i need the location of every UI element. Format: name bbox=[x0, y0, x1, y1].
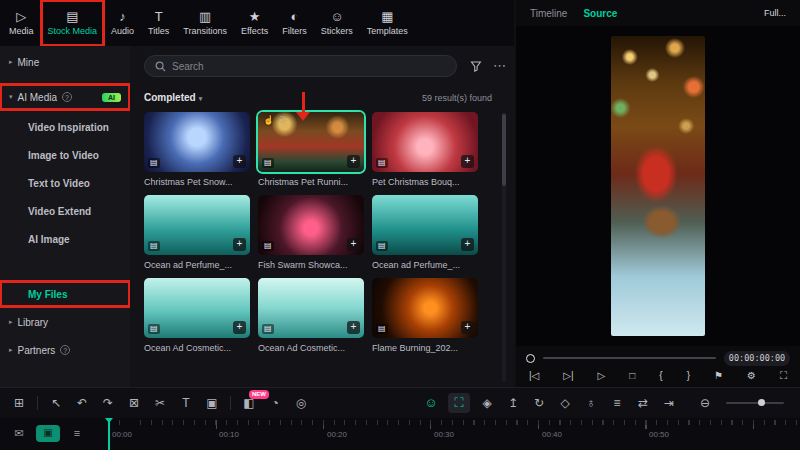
tab-transitions[interactable]: ▥ Transitions bbox=[176, 0, 234, 46]
speed-icon[interactable]: ◔ bbox=[262, 394, 288, 412]
tab-source-preview[interactable]: Source bbox=[583, 8, 617, 19]
seek-handle[interactable] bbox=[526, 354, 535, 363]
tab-stock-media[interactable]: ▤ Stock Media bbox=[41, 0, 105, 46]
playhead[interactable] bbox=[108, 418, 110, 450]
sidebar-item-image-to-video[interactable]: Image to Video bbox=[0, 142, 130, 168]
grid-item[interactable]: ▤ + Ocean Ad Cosmetic... bbox=[144, 278, 250, 353]
microphone-icon[interactable]: ♁ bbox=[578, 394, 604, 412]
thumbnail[interactable]: ▤ + bbox=[144, 278, 250, 338]
tab-effects[interactable]: ★ Effects bbox=[234, 0, 275, 46]
undo-icon[interactable]: ↶ bbox=[69, 394, 95, 412]
audio-mixer-icon[interactable]: ≡ bbox=[604, 394, 630, 412]
add-to-timeline-button[interactable]: + bbox=[347, 238, 360, 251]
snap-icon[interactable]: ⇥ bbox=[656, 394, 682, 412]
split-scissors-icon[interactable]: ✂ bbox=[147, 394, 173, 412]
sidebar-item-video-extend[interactable]: Video Extend bbox=[0, 198, 130, 224]
add-to-timeline-button[interactable]: + bbox=[461, 155, 474, 168]
thumbnail[interactable]: ▤ + bbox=[372, 278, 478, 338]
select-tool-icon[interactable]: ↖ bbox=[43, 394, 69, 412]
tab-audio[interactable]: ♪ Audio bbox=[104, 0, 141, 46]
grid-item[interactable]: ▤ + Flame Burning_202... bbox=[372, 278, 478, 353]
track-manager-icon[interactable]: ≡ bbox=[68, 425, 86, 441]
scrollbar-thumb[interactable] bbox=[502, 114, 506, 186]
status-filter-dropdown[interactable]: Completed▾ bbox=[144, 92, 202, 103]
stop-icon[interactable]: □ bbox=[629, 369, 635, 383]
timeline-ruler[interactable]: 00:00 00:10 00:20 00:30 00:40 00:50 bbox=[100, 418, 800, 450]
sidebar-item-my-files[interactable]: My Files bbox=[0, 281, 130, 307]
tab-titles[interactable]: T Titles bbox=[141, 0, 176, 46]
record-voiceover-icon[interactable]: ◎ bbox=[288, 394, 314, 412]
tab-filters[interactable]: ◐ Filters bbox=[275, 0, 314, 46]
sidebar-item-mine[interactable]: ▸ Mine bbox=[0, 49, 130, 75]
effects-library-icon[interactable]: ◈ bbox=[474, 394, 500, 412]
search-input[interactable] bbox=[172, 61, 446, 72]
crop-icon[interactable]: ▣ bbox=[199, 394, 225, 412]
add-to-timeline-button[interactable]: + bbox=[461, 321, 474, 334]
mark-out-icon[interactable]: } bbox=[687, 369, 690, 383]
auto-reframe-icon[interactable]: ⛶ bbox=[448, 393, 470, 413]
tab-media[interactable]: ▷ Media bbox=[2, 0, 41, 46]
comment-icon[interactable]: ✉ bbox=[10, 425, 28, 441]
tab-timeline-preview[interactable]: Timeline bbox=[530, 8, 567, 19]
grid-item[interactable]: ▤ + Ocean ad Perfume_... bbox=[372, 195, 478, 270]
redo-icon[interactable]: ↷ bbox=[95, 394, 121, 412]
apps-grid-icon[interactable]: ⊞ bbox=[6, 394, 32, 412]
thumbnail[interactable]: ▤ + bbox=[372, 195, 478, 255]
grid-item[interactable]: ▤ + Fish Swarm Showca... bbox=[258, 195, 364, 270]
help-icon[interactable]: ? bbox=[62, 92, 72, 102]
more-options-icon[interactable]: ⋯ bbox=[493, 61, 506, 71]
shield-icon[interactable]: ◇ bbox=[552, 394, 578, 412]
sidebar-item-ai-media[interactable]: ▾ AI Media ? AI bbox=[0, 84, 130, 110]
grid-item[interactable]: ▤ + Ocean ad Perfume_... bbox=[144, 195, 250, 270]
thumbs-up-icon[interactable]: ☝ bbox=[263, 115, 274, 125]
sidebar-item-partners[interactable]: ▸ Partners ? bbox=[0, 337, 130, 363]
zoom-out-icon[interactable]: ⊖ bbox=[692, 394, 718, 412]
grid-scrollbar[interactable] bbox=[502, 112, 506, 382]
filter-funnel-icon[interactable] bbox=[470, 60, 482, 72]
thumbnail[interactable]: ▤ + bbox=[258, 195, 364, 255]
grid-item-selected[interactable]: ☝☟ ▤ + Christmas Pet Runni... bbox=[258, 112, 364, 187]
add-to-timeline-button[interactable]: + bbox=[233, 321, 246, 334]
previous-frame-icon[interactable]: |◁ bbox=[529, 369, 539, 383]
sidebar-item-library[interactable]: ▸ Library bbox=[0, 309, 130, 335]
tab-templates[interactable]: ▦ Templates bbox=[360, 0, 415, 46]
thumbnail[interactable]: ▤ + bbox=[144, 195, 250, 255]
thumbs-down-icon[interactable]: ☟ bbox=[279, 115, 284, 125]
tab-stickers[interactable]: ☺ Stickers bbox=[314, 0, 360, 46]
ai-portrait-icon[interactable]: ☺ bbox=[418, 394, 444, 412]
settings-gear-icon[interactable]: ⚙ bbox=[747, 369, 756, 383]
sidebar-item-text-to-video[interactable]: Text to Video bbox=[0, 170, 130, 196]
fullscreen-icon[interactable]: ⛶ bbox=[780, 369, 787, 383]
render-preview-icon[interactable]: ↻ bbox=[526, 394, 552, 412]
add-to-timeline-button[interactable]: + bbox=[233, 238, 246, 251]
zoom-slider-handle[interactable] bbox=[758, 399, 765, 406]
thumbnail[interactable]: ▤ + bbox=[144, 112, 250, 172]
grid-item[interactable]: ▤ + Pet Christmas Bouq... bbox=[372, 112, 478, 187]
preview-video[interactable] bbox=[611, 36, 705, 336]
search-box[interactable] bbox=[144, 55, 457, 77]
sidebar-item-ai-image[interactable]: AI Image bbox=[0, 226, 130, 252]
grid-item[interactable]: ▤ + Ocean Ad Cosmetic... bbox=[258, 278, 364, 353]
seek-track[interactable] bbox=[543, 357, 716, 359]
thumbnail[interactable]: ▤ + bbox=[258, 278, 364, 338]
play-icon[interactable]: ▷ bbox=[598, 369, 606, 383]
thumbnail[interactable]: ☝☟ ▤ + bbox=[258, 112, 364, 172]
text-tool-icon[interactable]: T bbox=[173, 394, 199, 412]
add-to-timeline-button[interactable]: + bbox=[461, 238, 474, 251]
full-screen-label[interactable]: Full... bbox=[764, 8, 786, 18]
add-to-timeline-button[interactable]: + bbox=[233, 155, 246, 168]
delete-icon[interactable]: ⊠ bbox=[121, 394, 147, 412]
export-clip-icon[interactable]: ↥ bbox=[500, 394, 526, 412]
mask-icon[interactable]: ◧NEW bbox=[236, 394, 262, 412]
sidebar-item-video-inspiration[interactable]: Video Inspiration bbox=[0, 114, 130, 140]
add-to-timeline-button[interactable]: + bbox=[347, 155, 360, 168]
next-frame-icon[interactable]: ▷| bbox=[563, 369, 573, 383]
add-to-timeline-button[interactable]: + bbox=[347, 321, 360, 334]
help-icon[interactable]: ? bbox=[60, 345, 70, 355]
grid-item[interactable]: ▤ + Christmas Pet Snow... bbox=[144, 112, 250, 187]
marker-flag-icon[interactable]: ⚑ bbox=[714, 369, 723, 383]
ai-copilot-icon[interactable]: ▣ bbox=[36, 425, 60, 442]
thumbnail[interactable]: ▤ + bbox=[372, 112, 478, 172]
zoom-slider[interactable] bbox=[726, 402, 784, 404]
transition-swap-icon[interactable]: ⇄ bbox=[630, 394, 656, 412]
